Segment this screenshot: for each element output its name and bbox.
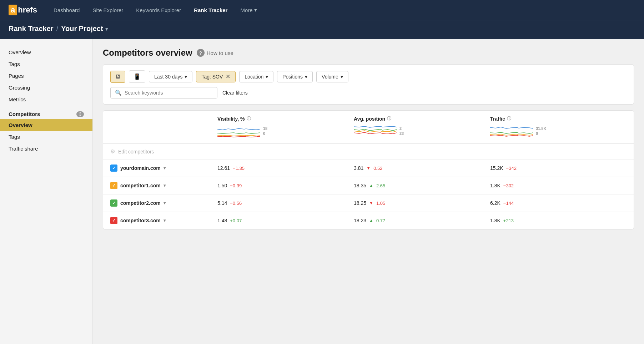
- traffic-value-1: 1.8K: [490, 183, 500, 188]
- date-range-label: Last 30 days: [154, 74, 182, 80]
- chevron-down-icon: ▾: [266, 74, 268, 80]
- table-header: Visibility, % ⓘ: [103, 111, 634, 144]
- visibility-cell-3: 1.48 +0.07: [217, 218, 354, 223]
- how-to-use-label: How to use: [207, 50, 233, 56]
- sidebar-item-competitors-overview[interactable]: Overview: [0, 119, 92, 131]
- sidebar-competitors-label: Competitors: [9, 111, 40, 117]
- avg-position-cell-2: 18.25 ▼ 1.05: [354, 200, 490, 206]
- edit-competitors-row[interactable]: ⚙ Edit competitors: [103, 144, 634, 160]
- avg-position-value-3: 18.23: [354, 218, 366, 223]
- col-traffic-label: Traffic: [490, 116, 505, 122]
- avg-position-info-icon[interactable]: ⓘ: [387, 116, 391, 122]
- arrow-down-icon: ▼: [369, 201, 373, 206]
- chevron-down-icon: ▾: [185, 74, 187, 80]
- filter-bar: 🖥 📱 Last 30 days ▾ Tag: SOV ✕ Location ▾: [103, 64, 634, 105]
- clear-filters-button[interactable]: Clear filters: [222, 90, 248, 96]
- nav-rank-tracker[interactable]: Rank Tracker: [189, 4, 232, 16]
- arrow-up-icon: ▲: [369, 218, 373, 223]
- domain-name-0[interactable]: yourdomain.com: [120, 165, 161, 171]
- table-row: ✓ yourdomain.com ▾ 12.61 −1.35 3.81 ▼ 0.…: [103, 160, 634, 177]
- device-mobile-button[interactable]: 📱: [129, 70, 145, 83]
- positions-label: Positions: [282, 74, 303, 80]
- col-avg-position-label: Avg. position: [354, 116, 385, 122]
- sidebar-item-metrics[interactable]: Metrics: [0, 93, 92, 105]
- avg-position-change-1: 2.65: [376, 183, 385, 188]
- col-header-traffic: Traffic ⓘ: [490, 116, 627, 138]
- traffic-cell-2: 6.2K −144: [490, 200, 627, 206]
- nav-keywords-explorer[interactable]: Keywords Explorer: [131, 4, 186, 16]
- positions-filter-button[interactable]: Positions ▾: [277, 71, 313, 82]
- traffic-cell-1: 1.8K −302: [490, 183, 627, 188]
- visibility-value-1: 1.50: [217, 183, 227, 188]
- visibility-chart-max: 18 0: [263, 126, 267, 136]
- sidebar-item-traffic-share[interactable]: Traffic share: [0, 143, 92, 155]
- page-title-row: Competitors overview ? How to use: [103, 48, 634, 58]
- domain-name-1[interactable]: competitor1.com: [120, 183, 161, 188]
- traffic-change-1: −302: [503, 183, 514, 188]
- visibility-value-0: 12.61: [217, 165, 230, 171]
- volume-label: Volume: [322, 74, 338, 80]
- visibility-chart: [217, 124, 260, 138]
- tag-filter: Tag: SOV ✕: [196, 71, 236, 82]
- visibility-cell-1: 1.50 −0.39: [217, 183, 354, 188]
- sidebar-item-pages[interactable]: Pages: [0, 70, 92, 82]
- device-desktop-button[interactable]: 🖥: [110, 71, 125, 83]
- chevron-down-icon: ▾: [163, 183, 166, 188]
- chevron-down-icon: ▾: [105, 26, 108, 32]
- visibility-value-2: 5.14: [217, 200, 227, 206]
- avg-position-change-0: 0.52: [373, 166, 382, 171]
- location-filter-button[interactable]: Location ▾: [239, 71, 273, 82]
- traffic-value-2: 6.2K: [490, 200, 500, 206]
- col-header-domain: [110, 116, 217, 138]
- sidebar-item-tags[interactable]: Tags: [0, 58, 92, 70]
- visibility-info-icon[interactable]: ⓘ: [247, 116, 251, 122]
- nav-site-explorer[interactable]: Site Explorer: [87, 4, 128, 16]
- traffic-value-0: 15.2K: [490, 165, 503, 171]
- logo-icon: a: [9, 5, 17, 15]
- domain-cell-1: ✓ competitor1.com ▾: [110, 182, 217, 189]
- visibility-change-3: +0.07: [230, 218, 242, 223]
- traffic-change-3: +213: [503, 218, 514, 223]
- tag-remove-button[interactable]: ✕: [226, 74, 230, 80]
- traffic-chart-range: 31.8K 0: [536, 126, 546, 136]
- sidebar-item-overview[interactable]: Overview: [0, 46, 92, 58]
- traffic-chart: [490, 124, 533, 138]
- avg-position-value-1: 18.35: [354, 183, 366, 188]
- avg-position-change-2: 1.05: [376, 201, 385, 206]
- edit-competitors-label: Edit competitors: [118, 149, 154, 155]
- sidebar-item-grossing[interactable]: Grossing: [0, 82, 92, 93]
- chevron-down-icon: ▾: [341, 74, 343, 80]
- breadcrumb-section: Rank Tracker: [9, 25, 54, 33]
- traffic-value-3: 1.8K: [490, 218, 500, 223]
- domain-name-3[interactable]: competitor3.com: [120, 218, 161, 223]
- page-title: Competitors overview: [103, 48, 192, 58]
- nav-more[interactable]: More ▾: [235, 4, 262, 16]
- visibility-value-3: 1.48: [217, 218, 227, 223]
- checkbox-yourdomain[interactable]: ✓: [110, 165, 117, 172]
- nav-dashboard[interactable]: Dashboard: [49, 4, 85, 16]
- data-table: Visibility, % ⓘ: [103, 110, 634, 229]
- visibility-change-1: −0.39: [230, 183, 242, 188]
- sidebar-item-competitors-tags[interactable]: Tags: [0, 131, 92, 143]
- how-to-use-button[interactable]: ? How to use: [197, 49, 233, 57]
- checkbox-competitor3[interactable]: ✓: [110, 217, 117, 224]
- nav-more-label: More: [240, 7, 252, 13]
- logo[interactable]: a hrefs: [9, 5, 37, 15]
- domain-cell-0: ✓ yourdomain.com ▾: [110, 165, 217, 172]
- avg-position-value-0: 3.81: [354, 165, 363, 171]
- search-input[interactable]: [125, 90, 203, 96]
- checkbox-competitor2[interactable]: ✓: [110, 199, 117, 207]
- logo-text: hrefs: [18, 5, 37, 15]
- chevron-down-icon: ▾: [163, 218, 166, 223]
- breadcrumb-project[interactable]: Your Project ▾: [61, 25, 107, 33]
- traffic-info-icon[interactable]: ⓘ: [507, 116, 511, 122]
- avg-position-value-2: 18.25: [354, 200, 366, 206]
- checkbox-competitor1[interactable]: ✓: [110, 182, 117, 189]
- volume-filter-button[interactable]: Volume ▾: [316, 71, 348, 82]
- main-content: Competitors overview ? How to use 🖥 📱 La…: [93, 39, 644, 344]
- date-range-button[interactable]: Last 30 days ▾: [149, 71, 192, 82]
- domain-cell-3: ✓ competitor3.com ▾: [110, 217, 217, 224]
- col-header-avg-position: Avg. position ⓘ: [354, 116, 490, 138]
- search-icon: 🔍: [115, 90, 122, 96]
- domain-name-2[interactable]: competitor2.com: [120, 200, 161, 206]
